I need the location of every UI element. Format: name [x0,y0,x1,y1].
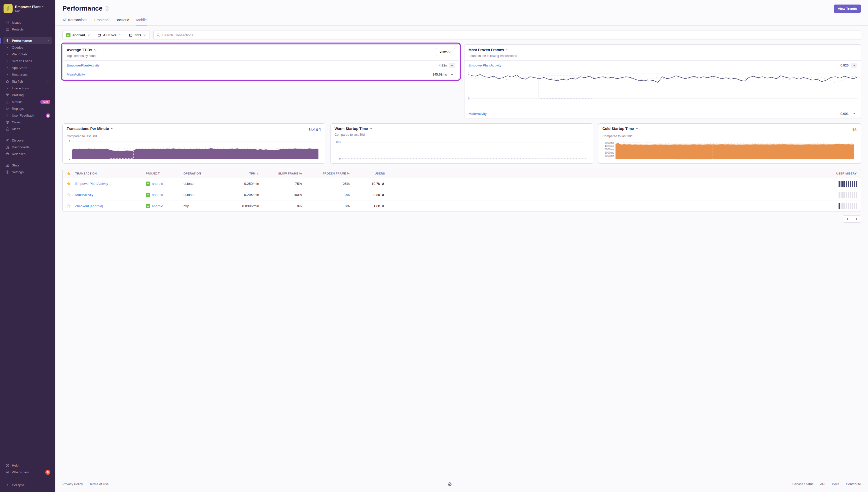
accordion-row-empowerplantactivity: EmpowerPlantActivity 4.92s [63,61,434,70]
chevron-down-icon[interactable] [94,48,97,52]
tab-frontend[interactable]: Frontend [95,18,108,25]
bullet-icon: • [5,52,9,56]
calendar-icon [129,33,133,37]
sidebar-item-screen-loads[interactable]: •Screen Loads [3,58,52,65]
column-header-tpm[interactable]: TPM [249,172,259,175]
sidebar-item-user-feedback[interactable]: User FeedbackB [3,112,52,119]
page-filter-group: android All Envs 30D [62,30,150,40]
star-icon [5,79,9,83]
frozen-frame-cell: 25% [343,182,350,186]
sidebar-item-replays[interactable]: Replays [3,105,52,112]
alerts-icon [5,127,9,131]
sidebar-item-releases[interactable]: Releases [3,151,52,157]
sidebar-item-web-vitals[interactable]: •Web Vitals [3,51,52,58]
bullet-icon: • [5,73,9,77]
column-header-transaction[interactable]: Transaction [75,172,146,175]
badge: B [46,113,50,118]
project-link[interactable]: android [152,193,163,197]
search-box [153,30,434,40]
star-toggle[interactable] [67,204,75,208]
warm-startup-card: Warm Startup Time Compared to last 30d 1… [330,123,434,164]
table-row-checkout-android: checkout [android] android http 0.0386/m… [63,200,434,212]
column-header-project[interactable]: Project [146,172,183,175]
sidebar-item-resources[interactable]: •Resources [3,71,52,78]
star-toggle[interactable] [67,182,75,186]
star-toggle[interactable] [67,193,75,197]
sidebar-item-settings[interactable]: Settings [3,169,52,175]
ttid-card-title: Average TTIDs [67,48,92,52]
frozen-frame-cell: 0% [344,193,350,197]
sidebar-item-issues[interactable]: Issues [3,19,52,26]
org-logo [3,4,12,13]
transaction-link[interactable]: checkout [android] [75,204,103,208]
sidebar-item-crons[interactable]: Crons [3,119,52,126]
org-lightning-icon [5,6,11,11]
org-switcher[interactable]: Empower Plant Nar [0,0,55,16]
operation-cell: ui.load [183,182,219,186]
sidebar-item-metrics[interactable]: Metricsbeta [3,98,52,105]
table-row-mainactivity: MainActivity android ui.load 0.206/min 1… [63,189,434,200]
environment-filter[interactable]: All Envs [94,30,125,40]
svg-text:0: 0 [339,157,340,160]
sidebar-item-queries[interactable]: •Queries [3,44,52,51]
sidebar-item-stats[interactable]: Stats [3,162,52,169]
sidebar-item-discover[interactable]: Discover [3,137,52,144]
column-header-slow-frame[interactable]: Slow Frame % [278,172,302,175]
date-range-filter[interactable]: 30D [125,30,150,40]
transaction-link[interactable]: MainActivity [67,73,85,76]
column-header-operation[interactable]: Operation [183,172,219,175]
column-header-frozen-frame[interactable]: Frozen Frame % [323,172,350,175]
main-area: Performance ? View Trends All Transactio… [55,0,434,246]
ttid-card-subtitle: Top screens by count [67,54,97,58]
pagination [62,215,434,223]
tpm-card-title: Transactions Per Minute [67,127,109,131]
users-cell: 1.6k [373,204,385,208]
transaction-link[interactable]: EmpowerPlantActivity [67,64,100,67]
sidebar-item-alerts[interactable]: Alerts [3,126,52,132]
stats-icon [5,164,9,167]
releases-icon [5,152,9,156]
tour-highlight-ring: Average TTIDs Top screens by count View … [61,43,434,81]
row-value: 145.68ms [433,73,434,76]
crons-icon [5,120,9,124]
project-link[interactable]: android [152,182,163,186]
replays-icon [5,107,9,110]
sort-desc-icon [256,172,259,175]
sidebar-item-profiling[interactable]: Profiling [3,92,52,98]
sidebar-item-dashboards[interactable]: Dashboards [3,144,52,151]
org-subtitle: Nar [15,9,45,13]
sidebar-item-interactions[interactable]: •Interactions [3,85,52,92]
chevUp-icon [47,79,50,83]
chevron-down-icon [87,33,90,36]
bullet-icon: • [5,66,9,70]
slow-frame-cell: 75% [295,182,302,186]
chevron-down-icon[interactable] [369,127,373,130]
warm-startup-chart: 1ms0 [335,139,434,161]
star-column-header[interactable] [67,171,75,175]
help-icon[interactable]: ? [105,6,109,10]
accordion-row-mainactivity: MainActivity 145.68ms [63,70,434,79]
filter-bar: android All Envs 30D [62,30,434,40]
tpm-card-subtitle: Compared to last 30d [67,134,321,138]
table-row-empowerplantactivity: EmpowerPlantActivity android ui.load 0.2… [63,178,434,189]
tpm-cell: 0.206/min [244,193,259,197]
sidebar-item-starfish[interactable]: Starfish [3,78,52,85]
search-input[interactable] [162,33,434,37]
operation-cell: http [183,204,219,208]
transaction-link[interactable]: EmpowerPlantActivity [75,182,108,186]
tab-mobile[interactable]: Mobile [136,18,147,25]
chevron-down-icon [119,33,122,36]
tab-all-transactions[interactable]: All Transactions [62,18,87,25]
tab-backend[interactable]: Backend [116,18,129,25]
transaction-link[interactable]: MainActivity [75,193,94,197]
sidebar-item-app-starts[interactable]: •App Starts [3,65,52,71]
telescope-icon [5,139,9,142]
project-link[interactable]: android [152,204,163,208]
window-icon [97,33,101,37]
project-filter[interactable]: android [63,30,94,40]
sidebar: Empower Plant Nar IssuesProjectsPerforma… [0,0,55,246]
chevron-down-icon[interactable] [110,127,114,130]
sidebar-item-performance[interactable]: Performance [3,37,52,44]
sidebar-item-projects[interactable]: Projects [3,26,52,33]
column-header-users[interactable]: Users [375,172,385,175]
